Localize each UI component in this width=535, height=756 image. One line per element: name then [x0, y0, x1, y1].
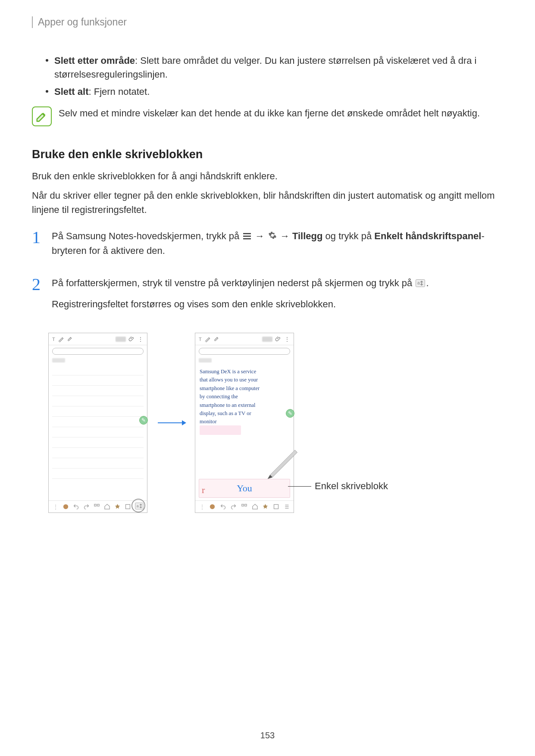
menu-icon — [243, 229, 251, 244]
title-placeholder — [199, 358, 212, 362]
title-placeholder — [52, 358, 65, 362]
svg-rect-18 — [274, 505, 278, 509]
breadcrumb-text: Apper og funksjoner — [38, 16, 127, 28]
svg-marker-14 — [268, 475, 272, 479]
palette-icon — [209, 503, 216, 510]
note-content: Samsung DeX is a service that allows you… — [195, 365, 294, 500]
phone-bottom-toolbar: ⋮ a — [49, 500, 147, 512]
easypad-icon: a — [416, 277, 425, 291]
pen-tool-icon — [204, 336, 211, 342]
phone-toolbar: T ⋮ — [49, 333, 147, 345]
note-block: Selv med et mindre viskelær kan det hend… — [32, 106, 503, 126]
phone-bottom-toolbar: ⋮ — [195, 500, 294, 512]
category-chip — [52, 348, 144, 355]
bullet-item: Slett etter område: Slett bare området d… — [46, 54, 503, 81]
grid-icon — [241, 503, 247, 510]
attach-icon — [275, 336, 282, 342]
easypad-text: You — [237, 483, 252, 494]
home-icon — [104, 503, 110, 510]
blurred-label — [262, 337, 272, 342]
bullet-list: Slett etter område: Slett bare området d… — [46, 54, 503, 99]
svg-marker-13 — [268, 450, 297, 479]
step-number: 2 — [32, 276, 44, 317]
selection-highlight — [200, 425, 241, 435]
svg-rect-16 — [242, 504, 244, 506]
pin-icon — [114, 503, 121, 510]
undo-icon — [220, 503, 226, 510]
bullet-title: Slett etter område — [54, 55, 135, 66]
note-icon — [32, 106, 52, 126]
callout-label: Enkel skriveblokk — [315, 481, 388, 492]
step-body: På forfatterskjermen, stryk til venstre … — [52, 276, 503, 317]
figure: T ⋮ ✎ ⋮ — [32, 333, 503, 513]
brush-tool-icon — [213, 336, 220, 342]
more-icon: ⋮ — [53, 503, 59, 510]
note-text: Selv med et mindre viskelær kan det hend… — [59, 106, 503, 120]
handwriting-text: Samsung DeX is a service that allows you… — [199, 366, 290, 428]
section-paragraph: Når du skriver eller tegner på den enkle… — [32, 188, 503, 217]
checkbox-icon — [125, 503, 131, 510]
scroll-handle-icon: ✎ — [286, 409, 294, 418]
page-number: 153 — [0, 731, 535, 740]
redo-icon — [83, 503, 90, 510]
pin-icon — [262, 503, 269, 510]
screenshot-after: T ⋮ Samsung DeX is a service that allows… — [195, 333, 294, 513]
text-tool-icon: T — [52, 337, 55, 342]
section-paragraph: Bruk den enkle skriveblokken for å angi … — [32, 169, 503, 183]
text-tool-icon: T — [199, 337, 202, 342]
callout-line — [288, 486, 311, 487]
bullet-dot-icon — [46, 59, 48, 62]
screenshot-before: T ⋮ ✎ ⋮ — [48, 333, 147, 513]
scroll-handle-icon: ✎ — [139, 416, 148, 425]
more-icon: ⋮ — [138, 336, 144, 343]
step: 1 På Samsung Notes-hovedskjermen, trykk … — [32, 229, 503, 264]
grid-icon — [94, 503, 100, 510]
section-heading: Bruke den enkle skriveblokken — [32, 148, 503, 161]
svg-marker-12 — [182, 420, 186, 425]
bullet-title: Slett alt — [54, 86, 88, 97]
phone-toolbar: T ⋮ — [195, 333, 294, 345]
handwriting-char: r — [202, 484, 205, 496]
undo-icon — [73, 503, 79, 510]
highlight-circle — [131, 499, 145, 512]
svg-rect-6 — [94, 504, 96, 506]
more-icon: ⋮ — [199, 503, 205, 510]
more-icon: ⋮ — [284, 336, 290, 343]
note-lines: ✎ — [49, 365, 147, 500]
svg-rect-7 — [97, 504, 99, 506]
step: 2 På forfatterskjermen, stryk til venstr… — [32, 276, 503, 317]
svg-rect-17 — [245, 504, 247, 506]
breadcrumb: Apper og funksjoner — [32, 16, 503, 28]
category-chip — [199, 348, 290, 355]
bullet-dot-icon — [46, 90, 48, 93]
svg-point-15 — [210, 504, 215, 509]
home-icon — [252, 503, 258, 510]
step-number: 1 — [32, 229, 44, 264]
step-body: På Samsung Notes-hovedskjermen, trykk på… — [52, 229, 503, 264]
arrow-right-icon — [156, 418, 186, 428]
bullet-item: Slett alt: Fjern notatet. — [46, 85, 503, 99]
easy-writing-pad: r You — [199, 479, 290, 498]
blurred-label — [116, 337, 126, 342]
bullet-text: : Fjern notatet. — [88, 86, 150, 97]
svg-rect-8 — [125, 505, 130, 509]
attach-icon — [128, 336, 135, 342]
gear-icon — [268, 229, 277, 244]
redo-icon — [230, 503, 237, 510]
pen-tool-icon — [58, 336, 64, 342]
brush-tool-icon — [67, 336, 73, 342]
svg-point-5 — [63, 504, 68, 509]
checkbox-icon — [273, 503, 279, 510]
palette-icon — [63, 503, 69, 510]
list-icon — [283, 503, 290, 510]
svg-text:a: a — [417, 281, 420, 285]
